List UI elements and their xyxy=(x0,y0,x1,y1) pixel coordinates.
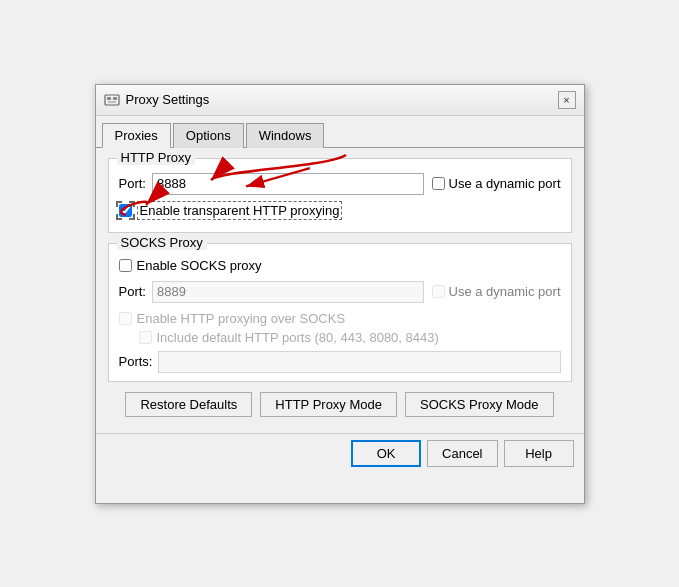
enable-transparent-label: Enable transparent HTTP proxying xyxy=(137,201,343,220)
http-dynamic-port-label[interactable]: Use a dynamic port xyxy=(432,176,561,191)
action-buttons-row: Restore Defaults HTTP Proxy Mode SOCKS P… xyxy=(108,392,572,417)
socks-proxy-content: Enable SOCKS proxy Port: Use a dynamic p… xyxy=(119,258,561,373)
enable-http-over-socks-row: Enable HTTP proxying over SOCKS xyxy=(119,311,561,326)
svg-rect-0 xyxy=(105,95,119,105)
proxy-settings-dialog: Proxy Settings × Proxies Options Windows… xyxy=(95,84,585,504)
tab-windows[interactable]: Windows xyxy=(246,123,325,148)
cancel-button[interactable]: Cancel xyxy=(427,440,497,467)
enable-transparent-row: Enable transparent HTTP proxying xyxy=(119,201,561,220)
include-default-ports-row: Include default HTTP ports (80, 443, 808… xyxy=(119,330,561,345)
dialog-buttons-row: OK Cancel Help xyxy=(96,433,584,475)
socks-proxy-title: SOCKS Proxy xyxy=(117,235,207,250)
socks-ports-label: Ports: xyxy=(119,354,153,369)
tab-content: HTTP Proxy Port: Use a dynamic port Enab… xyxy=(96,148,584,433)
socks-dynamic-port-label: Use a dynamic port xyxy=(432,284,561,299)
http-dynamic-port-checkbox[interactable] xyxy=(432,177,445,190)
proxy-icon xyxy=(104,92,120,108)
http-port-input[interactable] xyxy=(152,173,424,195)
enable-socks-checkbox[interactable] xyxy=(119,259,132,272)
http-proxy-section: HTTP Proxy Port: Use a dynamic port Enab… xyxy=(108,158,572,233)
include-default-ports-label: Include default HTTP ports (80, 443, 808… xyxy=(157,330,439,345)
socks-dynamic-port-checkbox[interactable] xyxy=(432,285,445,298)
tab-bar: Proxies Options Windows xyxy=(96,116,584,148)
enable-transparent-checkbox[interactable] xyxy=(119,204,132,217)
enable-http-over-socks-checkbox[interactable] xyxy=(119,312,132,325)
enable-socks-label: Enable SOCKS proxy xyxy=(137,258,262,273)
title-bar: Proxy Settings × xyxy=(96,85,584,116)
include-default-ports-checkbox[interactable] xyxy=(139,331,152,344)
tab-proxies[interactable]: Proxies xyxy=(102,123,171,148)
http-proxy-content: Port: Use a dynamic port Enable transpar… xyxy=(119,173,561,220)
http-proxy-mode-button[interactable]: HTTP Proxy Mode xyxy=(260,392,397,417)
http-proxy-title: HTTP Proxy xyxy=(117,150,196,165)
http-port-row: Port: Use a dynamic port xyxy=(119,173,561,195)
svg-rect-1 xyxy=(107,97,111,100)
title-bar-left: Proxy Settings xyxy=(104,92,210,108)
svg-rect-2 xyxy=(113,97,117,100)
ok-button[interactable]: OK xyxy=(351,440,421,467)
enable-socks-row: Enable SOCKS proxy xyxy=(119,258,561,273)
socks-proxy-mode-button[interactable]: SOCKS Proxy Mode xyxy=(405,392,554,417)
socks-port-input[interactable] xyxy=(152,281,424,303)
socks-ports-row: Ports: xyxy=(119,351,561,373)
tab-options[interactable]: Options xyxy=(173,123,244,148)
socks-proxy-section: SOCKS Proxy Enable SOCKS proxy Port: Use… xyxy=(108,243,572,382)
help-button[interactable]: Help xyxy=(504,440,574,467)
socks-port-label: Port: xyxy=(119,284,146,299)
socks-port-row: Port: Use a dynamic port xyxy=(119,281,561,303)
dialog-title: Proxy Settings xyxy=(126,92,210,107)
close-button[interactable]: × xyxy=(558,91,576,109)
http-port-label: Port: xyxy=(119,176,146,191)
restore-defaults-button[interactable]: Restore Defaults xyxy=(125,392,252,417)
socks-ports-input[interactable] xyxy=(158,351,560,373)
enable-http-over-socks-label: Enable HTTP proxying over SOCKS xyxy=(137,311,346,326)
